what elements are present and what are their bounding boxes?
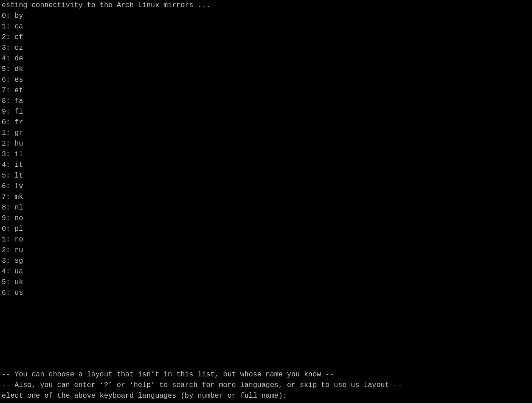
list-item: 7: et [2,85,530,96]
list-item: 0: fr [2,117,530,128]
terminal: esting connectivity to the Arch Linux mi… [0,0,532,403]
list-item: 3: sg [2,256,530,266]
list-item: 4: it [2,160,530,170]
list-item: 5: dk [2,64,530,75]
list-item: 9: fi [2,107,530,117]
list-item: 1: ro [2,234,530,245]
list-item: 1: gr [2,128,530,138]
list-item: 1: ca [2,21,530,32]
list-item: 2: cf [2,32,530,43]
bottom-line-3: elect one of the above keyboard language… [2,391,530,401]
list-item: 5: lt [2,170,530,181]
list-item: 3: cz [2,43,530,53]
bottom-line-1: -- You can choose a layout that isn’t in… [2,369,530,380]
list-item: 8: nl [2,202,530,213]
list-item: 2: hu [2,138,530,149]
header-line: esting connectivity to the Arch Linux mi… [2,0,530,11]
list-item: 0: pl [2,224,530,234]
list-item: 6: us [2,288,530,298]
list-item: 8: fa [2,96,530,107]
list-item: 6: lv [2,181,530,192]
list-item: 7: mk [2,192,530,202]
spacer [2,298,530,369]
list-item: 0: by [2,11,530,21]
bottom-line-2: -- Also, you can enter ‘?’ or ‘help’ to … [2,380,530,391]
list-container: 0: by1: ca2: cf3: cz4: de5: dk6: es7: et… [2,11,530,298]
list-item: 6: es [2,75,530,85]
list-item: 2: ru [2,245,530,256]
list-item: 4: ua [2,266,530,277]
list-item: 5: uk [2,277,530,288]
bottom-section: -- You can choose a layout that isn’t in… [2,369,530,403]
list-item: 9: no [2,213,530,224]
list-item: 3: il [2,149,530,160]
list-item: 4: de [2,53,530,64]
